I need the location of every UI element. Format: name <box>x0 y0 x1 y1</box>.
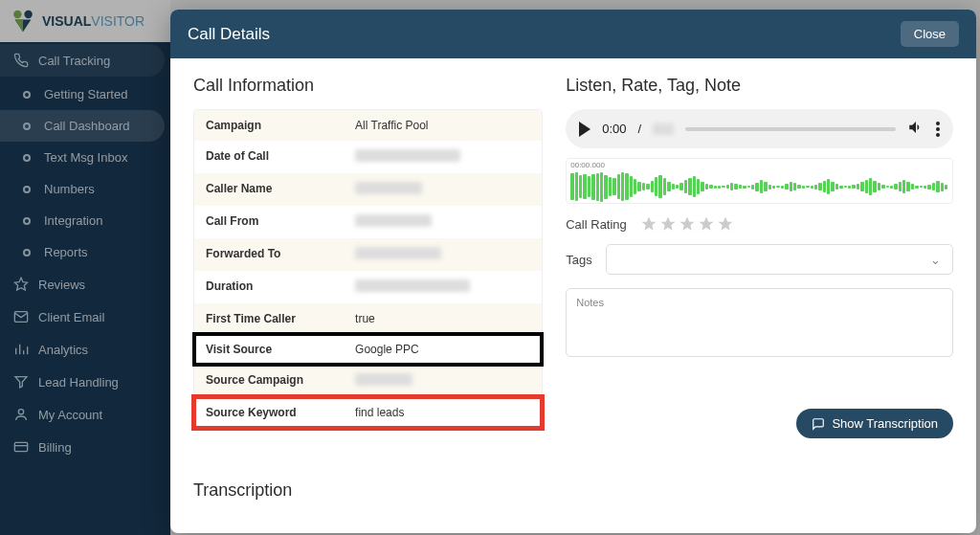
sidebar-item-text-msg-inbox[interactable]: Text Msg Inbox <box>0 142 170 173</box>
chat-icon <box>812 417 825 431</box>
sidebar-item-lead-handling[interactable]: Lead Handling <box>0 366 170 398</box>
info-value: Google PPC <box>355 343 530 356</box>
sidebar-item-billing[interactable]: Billing <box>0 431 170 463</box>
sidebar-item-call-dashboard[interactable]: Call Dashboard <box>0 110 165 142</box>
sidebar-item-call-tracking[interactable]: Call Tracking <box>0 44 165 77</box>
star-icon[interactable] <box>679 215 696 233</box>
sidebar-item-numbers[interactable]: Numbers <box>0 173 170 205</box>
chevron-down-icon: ⌄ <box>930 253 941 267</box>
transcription-heading: Transcription <box>193 480 292 501</box>
show-transcription-button[interactable]: Show Transcription <box>796 409 953 438</box>
redacted-value <box>355 247 441 259</box>
sidebar: VISUALVISITOR Call Tracking Getting Star… <box>0 0 170 535</box>
tags-dropdown[interactable]: ⌄ <box>606 244 953 275</box>
sidebar-item-integration[interactable]: Integration <box>0 205 170 236</box>
sidebar-item-my-account[interactable]: My Account <box>0 398 170 431</box>
svg-marker-2 <box>14 278 27 290</box>
star-icon[interactable] <box>640 215 657 233</box>
brand-secondary: VISITOR <box>91 13 145 29</box>
svg-point-0 <box>13 11 21 18</box>
svg-point-1 <box>24 11 32 18</box>
bullet-icon <box>23 186 31 193</box>
info-label: Date of Call <box>206 149 355 165</box>
audio-duration-redacted <box>653 123 674 135</box>
audio-separator: / <box>638 122 642 136</box>
svg-point-9 <box>18 410 23 414</box>
info-row: Source Campaign <box>194 365 542 397</box>
bullet-icon <box>23 217 31 225</box>
my-account-icon <box>13 407 29 422</box>
bullet-icon <box>23 123 31 130</box>
info-label: Call From <box>206 214 355 230</box>
lead-handling-icon <box>13 374 29 390</box>
volume-icon[interactable] <box>907 119 924 139</box>
audio-current-time: 0:00 <box>602 122 626 136</box>
rating-stars[interactable] <box>640 215 734 233</box>
info-value: All Traffic Pool <box>355 119 530 132</box>
svg-rect-10 <box>14 442 27 451</box>
call-details-modal: Call Details Close Call Information Camp… <box>170 10 976 533</box>
info-value <box>355 214 530 230</box>
sidebar-item-label: Analytics <box>38 343 88 357</box>
phone-icon <box>13 53 29 68</box>
sidebar-item-analytics[interactable]: Analytics <box>0 333 170 366</box>
info-label: Source Keyword <box>206 406 355 419</box>
sidebar-item-label: Reviews <box>38 278 85 292</box>
sidebar-item-label: Reports <box>44 245 88 259</box>
star-icon[interactable] <box>659 215 677 233</box>
audio-player[interactable]: 0:00 / <box>566 109 953 148</box>
listen-rate-heading: Listen, Rate, Tag, Note <box>566 76 953 96</box>
brand-logo[interactable]: VISUALVISITOR <box>0 0 170 42</box>
info-label: Duration <box>206 279 355 295</box>
info-value <box>355 149 530 165</box>
audio-waveform[interactable]: 00:00.000 <box>566 158 953 204</box>
analytics-icon <box>13 342 29 357</box>
call-info-table: CampaignAll Traffic PoolDate of CallCall… <box>193 109 543 429</box>
info-row: Visit SourceGoogle PPC <box>194 334 542 365</box>
call-information-heading: Call Information <box>193 76 543 96</box>
info-row: CampaignAll Traffic Pool <box>194 110 542 141</box>
sidebar-item-label: My Account <box>38 408 102 422</box>
brand-primary: VISUAL <box>42 13 91 29</box>
notes-textarea[interactable]: Notes <box>566 288 953 357</box>
info-row: Call From <box>194 206 542 238</box>
star-icon[interactable] <box>698 215 715 233</box>
billing-icon <box>13 439 29 455</box>
close-button[interactable]: Close <box>901 21 959 47</box>
info-label: Source Campaign <box>206 373 355 389</box>
info-label: Campaign <box>206 119 355 132</box>
info-row: Caller Name <box>194 173 542 206</box>
info-value <box>355 247 530 262</box>
star-icon[interactable] <box>717 215 734 233</box>
sidebar-item-label: Text Msg Inbox <box>44 150 127 165</box>
sidebar-item-reports[interactable]: Reports <box>0 236 170 268</box>
svg-marker-8 <box>15 377 27 388</box>
redacted-value <box>355 149 460 162</box>
info-value: find leads <box>355 406 530 419</box>
waveform-timecode: 00:00.000 <box>570 161 948 169</box>
info-value: true <box>355 312 530 325</box>
logo-icon <box>10 8 36 34</box>
play-icon[interactable] <box>579 122 590 137</box>
notes-placeholder: Notes <box>576 297 604 308</box>
bullet-icon <box>23 249 31 256</box>
modal-header: Call Details Close <box>170 10 976 58</box>
info-label: First Time Caller <box>206 312 355 325</box>
info-value <box>355 182 530 197</box>
redacted-value <box>355 182 422 194</box>
sidebar-item-reviews[interactable]: Reviews <box>0 268 170 301</box>
sidebar-item-client-email[interactable]: Client Email <box>0 301 170 333</box>
sidebar-item-getting-started[interactable]: Getting Started <box>0 78 170 110</box>
sidebar-label: Call Tracking <box>38 54 110 68</box>
tags-label: Tags <box>566 253 591 267</box>
audio-menu-icon[interactable] <box>936 122 940 137</box>
audio-seek-bar[interactable] <box>685 127 896 131</box>
show-transcription-label: Show Transcription <box>832 416 938 431</box>
info-row: First Time Callertrue <box>194 303 542 334</box>
info-row: Duration <box>194 271 542 303</box>
bullet-icon <box>23 154 31 162</box>
bullet-icon <box>23 91 31 99</box>
redacted-value <box>355 279 470 292</box>
reviews-icon <box>13 277 29 292</box>
sidebar-item-label: Lead Handling <box>38 375 119 390</box>
